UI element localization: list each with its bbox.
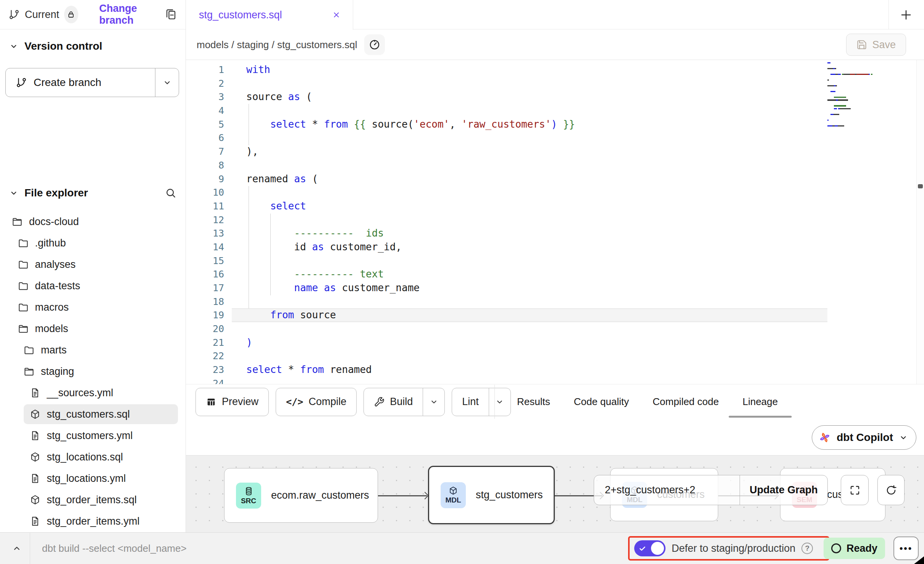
code-line-2[interactable]: 2 [186, 77, 924, 91]
fullscreen-button[interactable] [841, 475, 869, 505]
lineage-node-stg-customers[interactable]: MDL stg_customers [428, 466, 555, 524]
line-number: 1 [186, 63, 232, 77]
folder-icon [11, 216, 23, 227]
tab-stg-customers-sql[interactable]: stg_customers.sql [186, 0, 353, 30]
command-input[interactable]: dbt build --select <model_name> [42, 533, 187, 564]
version-control-header[interactable]: Version control [0, 37, 186, 55]
refresh-button[interactable] [877, 475, 905, 505]
toggle-knob [651, 542, 664, 555]
code-line-6[interactable]: 6 [186, 131, 924, 145]
code-line-13[interactable]: 13 ---------- ids [186, 227, 924, 240]
tree-item--sources-yml[interactable]: __sources.yml [0, 382, 186, 404]
tree-item-models[interactable]: models [0, 318, 186, 339]
tree-item-marts[interactable]: marts [0, 339, 186, 361]
code-line-16[interactable]: 16 ---------- text [186, 267, 924, 281]
code-line-12[interactable]: 12 [186, 213, 924, 227]
code-line-8[interactable]: 8 [186, 159, 924, 172]
line-number: 6 [186, 131, 232, 145]
tab-compiled-code[interactable]: Compiled code [652, 385, 719, 419]
tree-item-docs-cloud[interactable]: docs-cloud [0, 211, 186, 232]
code-line-24[interactable]: 24 [186, 377, 924, 384]
code-line-14[interactable]: 14 id as customer_id, [186, 240, 924, 254]
build-dropdown[interactable] [423, 388, 444, 416]
tree-item-label: analyses [35, 259, 76, 271]
tab-results[interactable]: Results [516, 385, 551, 419]
dbt-copilot-button[interactable]: dbt Copilot [812, 425, 916, 450]
toolbar-divider [494, 385, 495, 419]
tree-item-label: stg_customers.yml [47, 430, 133, 442]
ready-label: Ready [846, 543, 877, 554]
lint-button[interactable]: Lint [452, 388, 511, 416]
tree-item-label: .github [35, 237, 66, 249]
code-line-22[interactable]: 22 [186, 349, 924, 363]
main-panel: stg_customers.sql models / staging / stg… [186, 0, 924, 532]
build-button[interactable]: Build [363, 388, 445, 416]
tree-item-data-tests[interactable]: data-tests [0, 275, 186, 297]
tree-item-stg-order-items-sql[interactable]: stg_order_items.sql [0, 489, 186, 511]
code-line-9[interactable]: 9renamed as ( [186, 172, 924, 186]
compass-icon[interactable] [364, 34, 385, 55]
tree-item-macros[interactable]: macros [0, 297, 186, 318]
lineage-selector-input[interactable]: 2+stg_customers+2 [594, 475, 740, 505]
line-number: 3 [186, 90, 232, 104]
tree-item-analyses[interactable]: analyses [0, 254, 186, 275]
code-line-5[interactable]: 5 select * from {{ source('ecom', 'raw_c… [186, 118, 924, 131]
editor-scrollbar[interactable] [916, 60, 924, 384]
search-icon[interactable] [165, 187, 177, 199]
tree-item-stg-locations-yml[interactable]: stg_locations.yml [0, 468, 186, 489]
code-line-7[interactable]: 7), [186, 145, 924, 159]
update-graph-button[interactable]: Update Graph [740, 475, 827, 505]
dbt-cloud-ide-window: Current Change branch Version control [0, 0, 924, 564]
tree-item-stg-locations-sql[interactable]: stg_locations.sql [0, 446, 186, 468]
collapse-panel-button[interactable] [5, 533, 28, 564]
tree-item-stg-customers-sql[interactable]: stg_customers.sql [0, 404, 186, 425]
save-button[interactable]: Save [846, 34, 906, 56]
preview-button[interactable]: Preview [195, 388, 269, 416]
tab-code-quality[interactable]: Code quality [573, 385, 630, 419]
line-number: 18 [186, 295, 232, 309]
save-icon [856, 39, 867, 50]
lint-dropdown[interactable] [489, 388, 510, 416]
code-editor[interactable]: 1with23source as (45 select * from {{ so… [186, 60, 924, 384]
copy-icon[interactable] [164, 8, 177, 21]
line-number: 21 [186, 336, 232, 350]
tree-item--github[interactable]: .github [0, 232, 186, 254]
close-icon[interactable] [331, 10, 341, 20]
code-line-18[interactable]: 18 [186, 295, 924, 309]
file-explorer-header[interactable]: File explorer [0, 184, 186, 202]
line-number: 17 [186, 281, 232, 295]
tree-item-stg-customers-yml[interactable]: stg_customers.yml [0, 425, 186, 446]
code-line-15[interactable]: 15 [186, 254, 924, 268]
folder-icon [23, 344, 35, 356]
lineage-graph[interactable]: SRC ecom.raw_customers MDL stg_customers [186, 455, 924, 532]
dbt-copilot-label: dbt Copilot [837, 431, 893, 444]
code-line-23[interactable]: 23select * from renamed [186, 363, 924, 377]
defer-toggle[interactable] [634, 540, 666, 556]
code-line-11[interactable]: 11 select [186, 199, 924, 213]
change-branch-link[interactable]: Change branch [99, 3, 159, 26]
code-line-1[interactable]: 1with [186, 63, 924, 77]
more-options-button[interactable]: ••• [893, 536, 919, 560]
tree-item-label: staging [41, 366, 74, 378]
tree-item-label: stg_locations.sql [47, 451, 123, 463]
code-line-20[interactable]: 20 [186, 322, 924, 336]
tab-lineage[interactable]: Lineage [742, 385, 779, 419]
tree-item-staging[interactable]: staging [0, 361, 186, 382]
tree-item-stg-order-items-yml[interactable]: stg_order_items.yml [0, 511, 186, 532]
line-number: 11 [186, 199, 232, 213]
create-branch-button[interactable]: Create branch [5, 68, 179, 97]
code-line-10[interactable]: 10 [186, 186, 924, 199]
create-branch-dropdown[interactable] [155, 68, 179, 97]
code-line-4[interactable]: 4 [186, 104, 924, 118]
new-tab-button[interactable] [895, 5, 917, 25]
lineage-node-source[interactable]: SRC ecom.raw_customers [224, 468, 378, 523]
help-icon[interactable]: ? [801, 543, 813, 554]
indent-guide [249, 104, 249, 145]
editor-minimap[interactable] [827, 62, 914, 131]
code-line-21[interactable]: 21) [186, 336, 924, 350]
code-line-19[interactable]: 19 from source [186, 308, 924, 322]
code-line-3[interactable]: 3source as ( [186, 90, 924, 104]
code-line-17[interactable]: 17 name as customer_name [186, 281, 924, 295]
scrollbar-thumb[interactable] [918, 184, 923, 188]
compile-button[interactable]: </> Compile [276, 388, 357, 416]
